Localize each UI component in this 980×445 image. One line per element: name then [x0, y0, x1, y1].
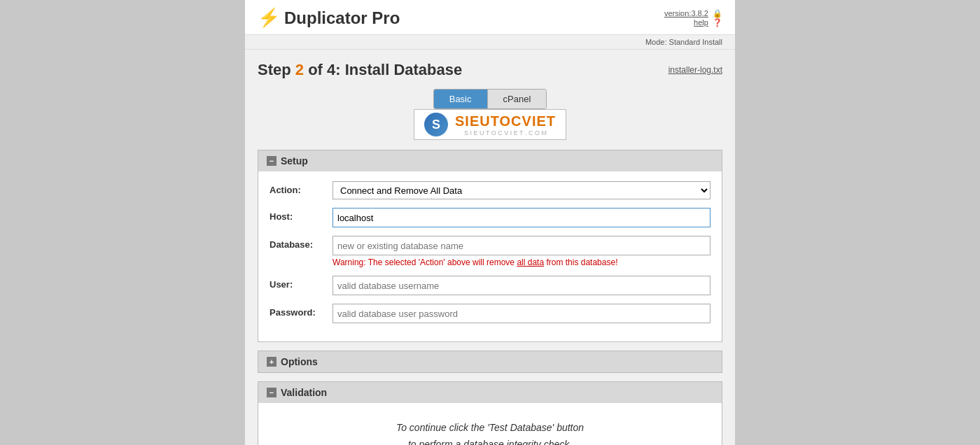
password-row: Password:: [270, 304, 710, 323]
help-link[interactable]: help: [694, 18, 708, 27]
validation-section-header[interactable]: − Validation: [258, 382, 722, 403]
user-control: [332, 276, 710, 295]
logo-sub-text: S I E U T O C V I E T . C O M: [455, 129, 556, 136]
database-warning: Warning: The selected 'Action' above wil…: [332, 257, 710, 267]
password-input[interactable]: [332, 304, 710, 323]
action-label: Action:: [270, 181, 332, 195]
database-input[interactable]: [332, 236, 710, 255]
user-input[interactable]: [332, 276, 710, 295]
validation-section-title: Validation: [281, 387, 327, 398]
bolt-icon: ⚡: [258, 7, 280, 29]
options-section-title: Options: [281, 356, 318, 367]
tab-basic[interactable]: Basic: [434, 90, 488, 108]
host-control: [332, 208, 710, 227]
password-label: Password:: [270, 304, 332, 318]
tab-group: Basic cPanel: [433, 89, 547, 109]
logo-s-icon: S: [424, 113, 448, 136]
action-control: Connect and Remove All DataConnect and K…: [332, 181, 710, 199]
host-row: Host:: [270, 208, 710, 227]
step-title: Step 2 of 4: Install Database: [258, 61, 462, 79]
options-section: + Options: [258, 351, 722, 373]
validation-message: To continue click the 'Test Database' bu…: [270, 413, 710, 445]
database-label: Database:: [270, 236, 332, 250]
version-link[interactable]: version:3.8.2: [664, 9, 708, 17]
tab-cpanel[interactable]: cPanel: [488, 90, 547, 108]
tabs-logo-area: Basic cPanel S SIEUTOCVIET S I E U T O C…: [258, 89, 722, 140]
header-links: version:3.8.2 🔒 help ❓: [664, 9, 722, 27]
app-title: ⚡ Duplicator Pro: [258, 7, 400, 29]
password-control: [332, 304, 710, 323]
setup-section-title: Setup: [281, 155, 308, 167]
validation-toggle-icon: −: [267, 388, 276, 397]
setup-section: − Setup Action: Connect and Remove All D…: [258, 150, 722, 342]
database-row: Database: Warning: The selected 'Action'…: [270, 236, 710, 267]
setup-section-header[interactable]: − Setup: [258, 150, 722, 171]
options-section-header[interactable]: + Options: [258, 351, 722, 372]
installer-log-link[interactable]: installer-log.txt: [668, 65, 722, 75]
validation-section-body: To continue click the 'Test Database' bu…: [258, 403, 722, 445]
action-row: Action: Connect and Remove All DataConne…: [270, 181, 710, 199]
mode-bar: Mode: Standard Install: [245, 35, 735, 50]
host-label: Host:: [270, 208, 332, 222]
validation-section: − Validation To continue click the 'Test…: [258, 381, 722, 445]
logo-brand-text: SIEUTOCVIET: [455, 113, 556, 129]
user-row: User:: [270, 276, 710, 295]
setup-section-body: Action: Connect and Remove All DataConne…: [258, 171, 722, 341]
host-input[interactable]: [332, 208, 710, 227]
options-toggle-icon: +: [267, 357, 276, 367]
action-select[interactable]: Connect and Remove All DataConnect and K…: [332, 181, 710, 199]
user-label: User:: [270, 276, 332, 290]
database-control: Warning: The selected 'Action' above wil…: [332, 236, 710, 267]
setup-toggle-icon: −: [267, 156, 276, 166]
all-data-link[interactable]: all data: [517, 257, 544, 267]
step-header: Step 2 of 4: Install Database installer-…: [258, 61, 722, 79]
